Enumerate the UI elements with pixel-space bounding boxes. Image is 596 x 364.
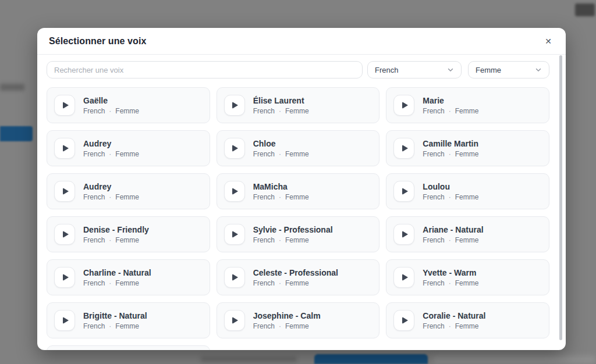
meta-separator: · [279, 322, 281, 330]
background-panel [433, 356, 596, 364]
meta-separator: · [109, 279, 111, 287]
play-button[interactable] [393, 310, 414, 331]
voice-meta: French·Femme [83, 107, 139, 115]
play-icon [232, 231, 238, 238]
voice-gender: Femme [285, 150, 309, 158]
voice-name: Sylvie - Professional [253, 225, 333, 234]
play-icon [402, 274, 408, 281]
background-primary-button-bottom [314, 354, 428, 364]
voice-name: Charline - Natural [83, 268, 151, 277]
voice-meta: French·Femme [83, 150, 139, 158]
play-button[interactable] [54, 95, 75, 116]
play-button[interactable] [393, 267, 414, 288]
voice-gender: Femme [115, 236, 139, 244]
voice-card[interactable]: Chloe French·Femme [217, 130, 380, 166]
voice-card[interactable]: Audrey French·Femme [47, 130, 210, 166]
filter-row: French Femme [47, 61, 549, 78]
dialog-body: French Femme Gaëlle French·Femme Él [37, 55, 566, 350]
play-button[interactable] [54, 138, 75, 159]
background-brand-logo [575, 3, 595, 16]
voice-language: French [253, 193, 275, 201]
voice-language: French [83, 107, 105, 115]
meta-separator: · [109, 150, 111, 158]
voice-name: Coralie - Natural [423, 311, 485, 320]
voice-card[interactable]: Coralie - Natural French·Femme [386, 302, 549, 338]
voice-name: Brigitte - Natural [83, 311, 147, 320]
play-icon [232, 317, 238, 324]
play-button[interactable] [224, 224, 245, 245]
voice-meta: French·Femme [83, 322, 147, 330]
gender-select[interactable]: Femme [468, 61, 549, 78]
voice-gender: Femme [455, 150, 479, 158]
voice-name: Josephine - Calm [253, 311, 321, 320]
meta-separator: · [109, 107, 111, 115]
play-button[interactable] [224, 95, 245, 116]
play-icon [232, 188, 238, 195]
voice-language: French [253, 150, 275, 158]
voice-language: French [423, 322, 444, 330]
play-button[interactable] [224, 310, 245, 331]
play-button[interactable] [224, 267, 245, 288]
voice-name: Denise - Friendly [83, 225, 149, 234]
background-secondary-button [201, 356, 297, 362]
voice-meta: French·Femme [83, 236, 149, 244]
play-button[interactable] [224, 181, 245, 202]
close-icon[interactable]: ✕ [542, 35, 554, 48]
search-input[interactable] [47, 61, 363, 78]
voice-card[interactable]: Sylvie - Professional French·Femme [217, 216, 380, 252]
voice-name: MaMicha [253, 182, 309, 191]
voice-card[interactable]: Ariane - Natural French·Femme [386, 216, 549, 252]
voice-card[interactable]: Audrey French·Femme [47, 173, 210, 209]
voice-card[interactable]: Élise Laurent French·Femme [217, 87, 380, 123]
play-button[interactable] [54, 224, 75, 245]
meta-separator: · [109, 236, 111, 244]
voice-language: French [83, 322, 105, 330]
voice-card[interactable]: MaMicha French·Femme [217, 173, 380, 209]
voice-meta: French·Femme [83, 279, 151, 287]
voice-card[interactable]: Gaëlle French·Femme [47, 87, 210, 123]
play-button[interactable] [393, 181, 414, 202]
meta-separator: · [449, 193, 451, 201]
scrollbar-thumb[interactable] [559, 55, 562, 340]
dialog-header: Sélectionner une voix ✕ [37, 28, 566, 55]
play-button[interactable] [393, 224, 414, 245]
voice-card[interactable]: Denise - Friendly French·Femme [47, 216, 210, 252]
play-button[interactable] [54, 310, 75, 331]
play-icon [402, 231, 408, 238]
voice-name: Audrey [83, 182, 139, 191]
voice-card-partial[interactable] [47, 345, 210, 350]
chevron-down-icon [535, 66, 542, 73]
play-icon [63, 231, 69, 238]
play-icon [402, 102, 408, 109]
voice-gender: Femme [115, 107, 139, 115]
play-icon [63, 274, 69, 281]
voice-card[interactable]: Camille Martin French·Femme [386, 130, 549, 166]
voice-card[interactable]: Loulou French·Femme [386, 173, 549, 209]
voice-card[interactable]: Marie French·Femme [386, 87, 549, 123]
voice-meta: French·Femme [423, 322, 485, 330]
voice-language: French [253, 236, 275, 244]
meta-separator: · [279, 150, 281, 158]
voice-select-dialog: Sélectionner une voix ✕ French Femme Ga [37, 28, 566, 350]
play-button[interactable] [393, 95, 414, 116]
voice-name: Marie [423, 96, 478, 105]
play-button[interactable] [54, 181, 75, 202]
voice-card[interactable]: Celeste - Professional French·Femme [217, 259, 380, 295]
voice-language: French [83, 279, 105, 287]
voice-card[interactable]: Charline - Natural French·Femme [47, 259, 210, 295]
voice-card[interactable]: Brigitte - Natural French·Femme [47, 302, 210, 338]
voice-card[interactable]: Yvette - Warm French·Femme [386, 259, 549, 295]
play-button[interactable] [393, 138, 414, 159]
meta-separator: · [449, 322, 451, 330]
voice-card[interactable]: Josephine - Calm French·Femme [217, 302, 380, 338]
voice-gender: Femme [285, 322, 309, 330]
meta-separator: · [279, 193, 281, 201]
play-button[interactable] [224, 138, 245, 159]
voice-gender: Femme [455, 236, 479, 244]
background-page-label [0, 84, 24, 91]
voice-gender: Femme [455, 193, 479, 201]
language-select[interactable]: French [367, 61, 462, 78]
gender-select-value: Femme [476, 66, 501, 74]
voice-gender: Femme [455, 279, 479, 287]
play-button[interactable] [54, 267, 75, 288]
